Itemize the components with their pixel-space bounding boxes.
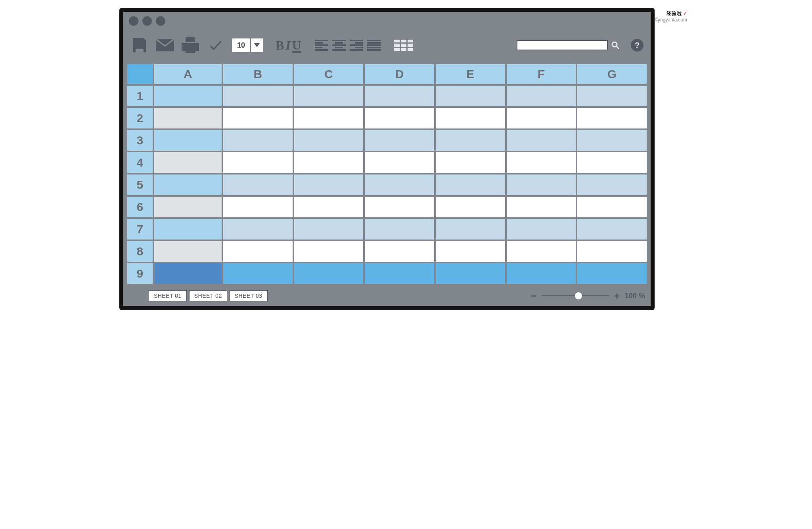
column-header[interactable]: E — [436, 64, 505, 84]
cell[interactable] — [154, 108, 222, 128]
cell[interactable] — [223, 197, 293, 217]
row-header[interactable]: 1 — [127, 86, 153, 106]
window-minimize-button[interactable] — [142, 16, 152, 26]
cell[interactable] — [154, 219, 222, 240]
italic-button[interactable]: I — [285, 38, 290, 53]
zoom-slider-knob[interactable] — [575, 292, 582, 299]
cell[interactable] — [294, 108, 364, 128]
sheet-tab[interactable]: SHEET 02 — [189, 290, 227, 301]
align-justify-icon[interactable] — [367, 40, 381, 51]
column-header[interactable]: F — [507, 64, 576, 84]
search-input[interactable] — [517, 40, 608, 50]
row-header[interactable]: 9 — [127, 263, 153, 284]
cell[interactable] — [223, 263, 293, 284]
window-close-button[interactable] — [129, 16, 138, 26]
cell[interactable] — [577, 174, 647, 195]
cell[interactable] — [577, 219, 647, 240]
cell[interactable] — [223, 241, 293, 262]
cell[interactable] — [507, 263, 576, 284]
cell[interactable] — [223, 108, 293, 128]
cell[interactable] — [365, 197, 434, 217]
cell[interactable] — [436, 241, 505, 262]
cell[interactable] — [577, 197, 647, 217]
save-icon[interactable] — [130, 36, 149, 54]
cell[interactable] — [223, 130, 293, 151]
align-center-icon[interactable] — [332, 40, 346, 51]
font-size-value[interactable]: 10 — [232, 38, 251, 52]
cell[interactable] — [365, 86, 434, 106]
cell[interactable] — [294, 197, 364, 217]
cell[interactable] — [154, 152, 222, 173]
print-icon[interactable] — [181, 36, 199, 54]
bold-button[interactable]: B — [276, 38, 284, 53]
zoom-out-button[interactable]: − — [530, 291, 538, 301]
dropdown-arrow-icon[interactable] — [251, 38, 263, 52]
row-header[interactable]: 3 — [127, 130, 153, 151]
cell[interactable] — [577, 86, 647, 106]
cell[interactable] — [223, 174, 293, 195]
column-header[interactable]: G — [577, 64, 647, 84]
cell[interactable] — [507, 197, 576, 217]
checkmark-icon[interactable] — [207, 36, 225, 54]
cell[interactable] — [507, 219, 576, 240]
cell[interactable] — [223, 152, 293, 173]
cell[interactable] — [577, 152, 647, 173]
cell[interactable] — [577, 108, 647, 128]
row-header[interactable]: 7 — [127, 219, 153, 240]
window-maximize-button[interactable] — [156, 16, 165, 26]
cell[interactable] — [294, 219, 364, 240]
zoom-slider[interactable] — [542, 295, 609, 296]
underline-button[interactable]: U — [292, 38, 301, 53]
cell[interactable] — [436, 152, 505, 173]
help-button[interactable]: ? — [631, 39, 643, 52]
cell[interactable] — [154, 86, 222, 106]
row-header[interactable]: 6 — [127, 197, 153, 217]
cell[interactable] — [365, 263, 434, 284]
row-header[interactable]: 4 — [127, 152, 153, 173]
cell[interactable] — [577, 241, 647, 262]
cell[interactable] — [436, 86, 505, 106]
insert-table-icon[interactable] — [394, 40, 413, 51]
cell[interactable] — [436, 197, 505, 217]
font-size-selector[interactable]: 10 — [232, 38, 263, 52]
align-left-icon[interactable] — [315, 40, 328, 51]
search-icon[interactable] — [611, 41, 620, 50]
cell[interactable] — [294, 263, 364, 284]
cell[interactable] — [294, 86, 364, 106]
cell[interactable] — [365, 108, 434, 128]
column-header[interactable]: D — [365, 64, 434, 84]
mail-icon[interactable] — [156, 36, 174, 54]
column-header[interactable]: A — [154, 64, 222, 84]
column-header[interactable]: C — [294, 64, 364, 84]
column-header[interactable]: B — [223, 64, 293, 84]
align-right-icon[interactable] — [350, 40, 363, 51]
cell[interactable] — [294, 174, 364, 195]
cell[interactable] — [577, 130, 647, 151]
cell[interactable] — [365, 130, 434, 151]
cell[interactable] — [154, 241, 222, 262]
cell[interactable] — [294, 130, 364, 151]
cell[interactable] — [154, 174, 222, 195]
row-header[interactable]: 2 — [127, 108, 153, 128]
cell[interactable] — [365, 152, 434, 173]
cell[interactable] — [577, 263, 647, 284]
cell[interactable] — [365, 174, 434, 195]
cell[interactable] — [365, 241, 434, 262]
select-all-corner[interactable] — [127, 64, 153, 84]
zoom-in-button[interactable]: + — [613, 291, 621, 301]
row-header[interactable]: 5 — [127, 174, 153, 195]
cell[interactable] — [507, 86, 576, 106]
cell[interactable] — [365, 219, 434, 240]
cell[interactable] — [507, 108, 576, 128]
cell[interactable] — [223, 86, 293, 106]
cell[interactable] — [154, 263, 222, 284]
cell[interactable] — [154, 197, 222, 217]
cell[interactable] — [294, 152, 364, 173]
cell[interactable] — [436, 174, 505, 195]
cell[interactable] — [436, 130, 505, 151]
cell[interactable] — [507, 174, 576, 195]
cell[interactable] — [436, 108, 505, 128]
sheet-tab[interactable]: SHEET 01 — [149, 290, 187, 301]
row-header[interactable]: 8 — [127, 241, 153, 262]
cell[interactable] — [294, 241, 364, 262]
